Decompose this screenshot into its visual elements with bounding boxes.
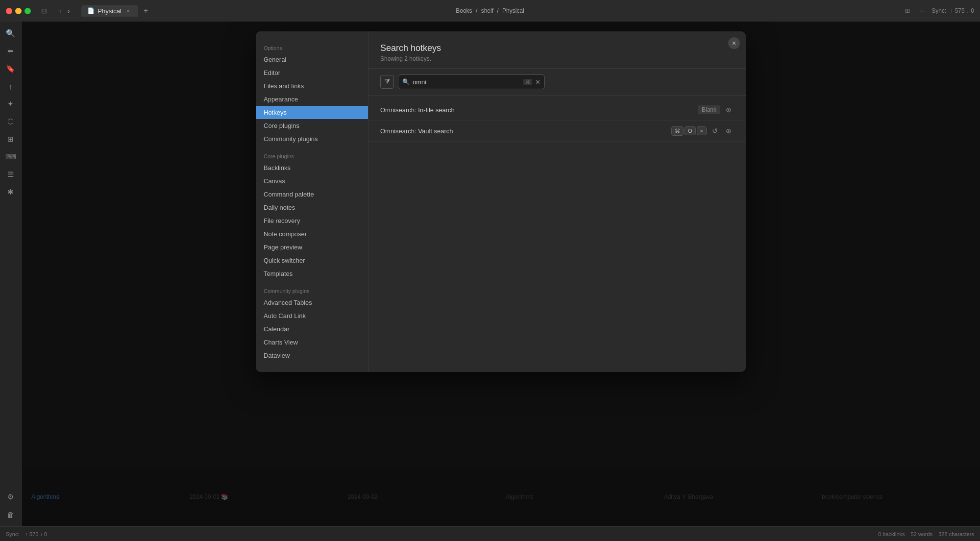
tags-sidebar-button[interactable]: ⌨ [3,149,19,165]
settings-item-charts-view[interactable]: Charts View [256,336,368,349]
open-in-new-button[interactable]: ⊞ [902,5,913,16]
titlebar-right: ⊞ ··· Sync: ↑ 575 ↓ 0 [902,5,974,16]
tab-label: Physical [98,7,121,15]
plugin-sidebar-button[interactable]: ✱ [3,184,19,200]
search-sidebar-button[interactable]: 🔍 [3,25,19,41]
grid-sidebar-button[interactable]: ⊞ [3,131,19,147]
breadcrumb: Books / shelf / Physical [456,7,524,14]
community-plugins-section-label: Community plugins [256,284,368,296]
traffic-lights [6,8,31,14]
maximize-traffic-light[interactable] [24,8,31,14]
hotkey-row-2: Omnisearch: Vault search ⌘ O × ↺ ⊕ [368,121,746,142]
search-kbd: ⌘ [523,79,532,85]
list-sidebar-button[interactable]: ☰ [3,167,19,182]
hotkey-add-button-1[interactable]: ⊕ [723,104,734,115]
hotkey-binding-1: Blank ⊕ [698,104,734,115]
search-clear-button[interactable]: ✕ [535,78,540,86]
hotkey-binding-2: ⌘ O × ↺ ⊕ [671,125,734,136]
kbd-o: O [685,126,696,135]
sync-label: Sync: [931,7,946,14]
breadcrumb-books[interactable]: Books [456,7,472,14]
hotkey-name-2: Omnisearch: Vault search [380,127,671,135]
kbd-meta: ⌘ [671,126,684,136]
modal-overlay: Options General Editor Files and links A… [22,22,980,526]
hotkeys-search-input[interactable] [413,78,520,86]
trash-sidebar-button[interactable]: 🗑 [3,507,19,522]
modal-close-button[interactable]: × [728,37,740,49]
breadcrumb-physical[interactable]: Physical [502,7,524,14]
titlebar: ⊡ ‹ › 📄 Physical × + Books / shelf / Phy… [0,0,980,22]
status-backlinks[interactable]: 0 backlinks [878,531,905,537]
minimize-traffic-light[interactable] [15,8,22,14]
more-options-button[interactable]: ··· [917,5,928,16]
nav-arrows: ‹ › [57,6,72,16]
settings-item-backlinks[interactable]: Backlinks [256,161,368,174]
hotkeys-header: Search hotkeys Showing 2 hotkeys. [368,31,746,69]
settings-sidebar-button[interactable]: ⚙ [3,489,19,505]
options-section-label: Options [256,41,368,53]
settings-item-calendar[interactable]: Calendar [256,322,368,336]
hotkey-add-button-2[interactable]: ⊕ [723,125,734,136]
sidebar-toggle-button[interactable]: ⊡ [39,5,49,16]
settings-item-note-composer[interactable]: Note composer [256,227,368,241]
settings-item-daily-notes[interactable]: Daily notes [256,201,368,214]
hotkeys-toolbar: ⧩ 🔍 ⌘ ✕ [368,69,746,96]
settings-item-general[interactable]: General [256,53,368,66]
settings-item-templates[interactable]: Templates [256,267,368,280]
status-sync-stats: ↑ 575 ↓ 0 [25,531,48,537]
sync-stats: ↑ 575 ↓ 0 [950,7,974,14]
settings-item-file-recovery[interactable]: File recovery [256,214,368,227]
breadcrumb-shelf[interactable]: shelf [481,7,493,14]
nav-sidebar-button[interactable]: ⬅ [3,43,19,59]
settings-item-hotkeys[interactable]: Hotkeys [256,106,368,119]
tab-bar: 📄 Physical × + [81,5,151,17]
hotkeys-subtitle: Showing 2 hotkeys. [380,55,734,62]
settings-item-dataview[interactable]: Dataview [256,349,368,362]
settings-item-files-links[interactable]: Files and links [256,79,368,93]
active-tab[interactable]: 📄 Physical × [81,5,138,17]
close-traffic-light[interactable] [6,8,12,14]
settings-item-editor[interactable]: Editor [256,66,368,79]
canvas-sidebar-button[interactable]: ⬡ [3,114,19,129]
settings-item-auto-card-link[interactable]: Auto Card Link [256,309,368,322]
settings-item-core-plugins[interactable]: Core plugins [256,119,368,132]
forward-button[interactable]: › [66,6,72,16]
publish-sidebar-button[interactable]: ↑ [3,78,19,94]
hotkey-blank-badge: Blank [698,105,720,114]
filter-icon: ⧩ [385,78,390,86]
hotkey-reset-button-2[interactable]: ↺ [710,125,720,136]
hotkeys-list: Omnisearch: In-file search Blank ⊕ Omnis… [368,96,746,372]
status-bar: Sync: ↑ 575 ↓ 0 0 backlinks 52 words 328… [0,526,980,541]
search-icon: 🔍 [402,78,410,85]
icon-sidebar: 🔍 ⬅ 🔖 ↑ ✦ ⬡ ⊞ ⌨ ☰ ✱ ⚙ 🗑 [0,22,22,526]
settings-item-command-palette[interactable]: Command palette [256,188,368,201]
settings-item-appearance[interactable]: Appearance [256,93,368,106]
search-box: 🔍 ⌘ ✕ [398,74,545,89]
tab-close-button[interactable]: × [124,7,132,15]
filter-button[interactable]: ⧩ [380,75,394,89]
app-body: 🔍 ⬅ 🔖 ↑ ✦ ⬡ ⊞ ⌨ ☰ ✱ ⚙ 🗑 Algorithms 2024-… [0,22,980,526]
kbd-x: × [697,126,707,135]
status-sync-label: Sync: [6,531,20,537]
graph-sidebar-button[interactable]: ✦ [3,96,19,112]
settings-item-community-plugins[interactable]: Community plugins [256,132,368,146]
status-chars: 328 characters [938,531,974,537]
kbd-combo: ⌘ O × [671,126,707,136]
hotkey-name-1: Omnisearch: In-file search [380,106,698,114]
settings-sidebar: Options General Editor Files and links A… [256,31,368,372]
back-button[interactable]: ‹ [57,6,64,16]
settings-modal: Options General Editor Files and links A… [256,31,746,372]
core-plugins-section-label: Core plugins [256,149,368,161]
new-tab-button[interactable]: + [140,5,152,17]
settings-item-quick-switcher[interactable]: Quick switcher [256,254,368,267]
settings-item-page-preview[interactable]: Page preview [256,241,368,254]
hotkeys-title: Search hotkeys [380,43,734,53]
settings-item-canvas[interactable]: Canvas [256,174,368,188]
hotkeys-content: × Search hotkeys Showing 2 hotkeys. ⧩ 🔍 … [368,31,746,372]
bookmark-sidebar-button[interactable]: 🔖 [3,61,19,76]
content-area: Algorithms 2024-09-02 📚 2024-09-02- Algo… [22,22,980,526]
status-words: 52 words [911,531,933,537]
tab-icon: 📄 [87,7,95,14]
hotkey-row-1: Omnisearch: In-file search Blank ⊕ [368,99,746,121]
settings-item-advanced-tables[interactable]: Advanced Tables [256,296,368,309]
